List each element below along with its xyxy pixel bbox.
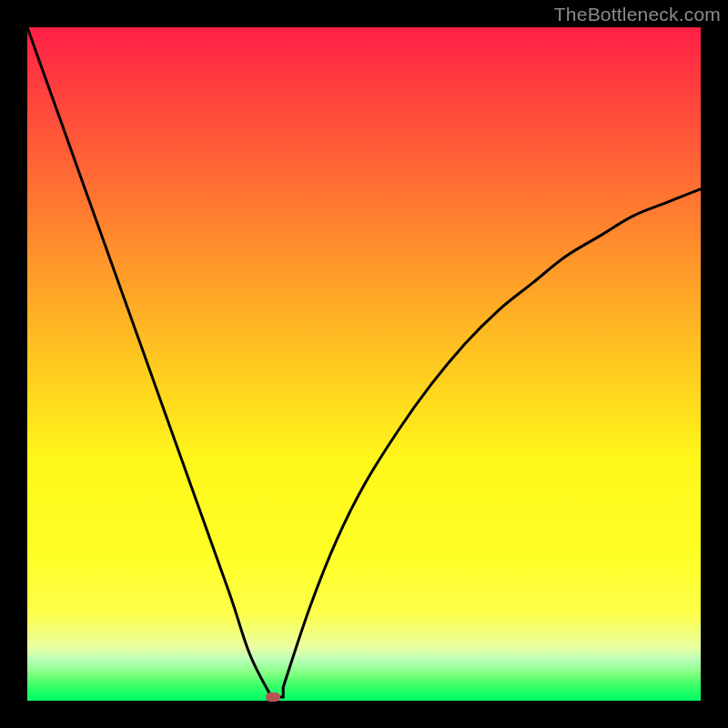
minimum-marker xyxy=(266,693,280,702)
watermark-text: TheBottleneck.com xyxy=(554,4,721,25)
chart-plot-area xyxy=(27,27,701,701)
curve-path xyxy=(27,27,701,697)
chart-frame: TheBottleneck.com xyxy=(0,0,728,728)
bottleneck-curve xyxy=(27,27,701,701)
